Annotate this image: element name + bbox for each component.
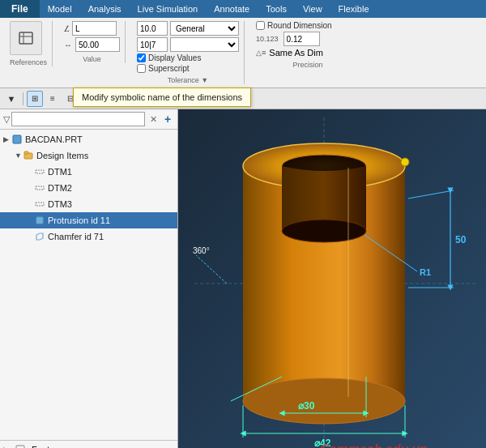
tree-protrusion[interactable]: Protrusion id 11 bbox=[0, 212, 177, 228]
superscript-check[interactable]: Superscript bbox=[137, 64, 190, 73]
separator1 bbox=[23, 92, 23, 105]
tree-search-input[interactable] bbox=[11, 112, 145, 126]
svg-rect-8 bbox=[36, 203, 44, 206]
chamfer-label: Chamfer id 71 bbox=[48, 232, 104, 241]
svg-rect-3 bbox=[13, 135, 21, 143]
viewport[interactable]: 360° 50 ⌀30 R1 ⌀42 bbox=[178, 109, 486, 448]
menu-file[interactable]: File bbox=[0, 0, 40, 18]
precision-row2: 10.123 bbox=[256, 32, 360, 46]
root-expand-icon: ▶ bbox=[3, 135, 11, 143]
svg-rect-9 bbox=[36, 217, 43, 224]
tolerance-label: Tolerance ▼ bbox=[137, 76, 239, 84]
dtm1-label: DTM1 bbox=[48, 167, 72, 177]
tolerance-row2 bbox=[137, 37, 239, 52]
menu-analysis[interactable]: Analysis bbox=[80, 0, 130, 18]
svg-text:R1: R1 bbox=[420, 267, 431, 277]
value-label: Value bbox=[64, 55, 120, 63]
same-as-dim-label: Same As Dim bbox=[269, 48, 323, 58]
footer-icon bbox=[15, 444, 26, 448]
left-panel: ▽ ✕ + ▶ BACDAN.PRT ▼ Design I bbox=[0, 109, 178, 448]
tree-design-items[interactable]: ▼ Design Items bbox=[0, 147, 177, 164]
svg-point-37 bbox=[401, 158, 409, 166]
main-area: ▽ ✕ + ▶ BACDAN.PRT ▼ Design I bbox=[0, 109, 486, 448]
root-label: BACDAN.PRT bbox=[25, 134, 83, 144]
dtm3-icon bbox=[34, 198, 45, 210]
footer-area: ▶ Footer bbox=[0, 440, 177, 448]
svg-point-20 bbox=[243, 378, 405, 424]
chamfer-icon bbox=[34, 231, 45, 242]
tolerance-row4: Superscript bbox=[137, 64, 239, 73]
ribbon-references-row bbox=[10, 21, 47, 55]
list-view-btn[interactable]: ≡ bbox=[45, 91, 61, 107]
precision-row1: Round Dimension bbox=[256, 21, 360, 30]
tolerance-row3: Display Values bbox=[137, 53, 239, 62]
dtm2-label: DTM2 bbox=[48, 183, 72, 193]
design-items-expand-icon: ▼ bbox=[15, 151, 23, 160]
svg-point-19 bbox=[282, 220, 366, 242]
ribbon-tolerance-section: General Limits Plus-Minus Display Values… bbox=[132, 21, 245, 84]
filter-icon-btn[interactable]: ▼ bbox=[3, 91, 19, 107]
tree-view-btn[interactable]: ⊞ bbox=[27, 91, 43, 107]
filter-tree-icon: ▽ bbox=[3, 114, 10, 125]
tooltip-text: Modify symbolic name of the dimensions bbox=[82, 92, 242, 102]
tolerance-sub-select[interactable] bbox=[170, 37, 239, 52]
references-label: References bbox=[10, 58, 47, 66]
design-items-label: Design Items bbox=[36, 151, 88, 160]
svg-marker-10 bbox=[36, 233, 43, 240]
tolerance-type-select[interactable]: General Limits Plus-Minus bbox=[170, 21, 239, 36]
tree-chamfer[interactable]: Chamfer id 71 bbox=[0, 228, 177, 245]
design-items-icon bbox=[23, 150, 34, 161]
precision-row3: △≡ Same As Dim bbox=[256, 48, 360, 58]
dimension-value-input[interactable] bbox=[75, 37, 120, 52]
menu-tools[interactable]: Tools bbox=[258, 0, 295, 18]
watermark-text: Cammech.edu.vn bbox=[320, 442, 428, 448]
ribbon: References 𝐿 ↔ Value General Limits Plus… bbox=[0, 18, 486, 88]
search-clear-btn[interactable]: ✕ bbox=[147, 113, 160, 126]
ribbon-precision-section: Round Dimension 10.123 △≡ Same As Dim Pr… bbox=[251, 21, 364, 69]
tolerance-bottom-input[interactable] bbox=[137, 37, 168, 52]
search-add-btn[interactable]: + bbox=[161, 113, 174, 126]
search-row: ▽ ✕ + bbox=[0, 109, 177, 130]
menu-bar: File Model Analysis Live Simulation Anno… bbox=[0, 0, 486, 18]
tree-area: ▶ BACDAN.PRT ▼ Design Items bbox=[0, 130, 177, 440]
svg-rect-0 bbox=[19, 32, 32, 44]
tree-root[interactable]: ▶ BACDAN.PRT bbox=[0, 131, 177, 147]
tree-dtm3[interactable]: DTM3 bbox=[0, 196, 177, 212]
svg-rect-5 bbox=[24, 151, 28, 154]
display-values-check[interactable]: Display Values bbox=[137, 53, 201, 62]
references-icon bbox=[18, 31, 34, 45]
tree-view-icon: ⊞ bbox=[32, 94, 38, 103]
footer-item[interactable]: ▶ Footer bbox=[3, 442, 174, 448]
tooltip: Modify symbolic name of the dimensions bbox=[73, 87, 251, 107]
tolerance-top-input[interactable] bbox=[137, 21, 168, 36]
menu-view[interactable]: View bbox=[295, 0, 330, 18]
dim-arrow-icon: ↔ bbox=[64, 41, 72, 49]
root-icon bbox=[11, 134, 23, 145]
filter-icon: ▼ bbox=[7, 94, 16, 104]
precision-icon: 10.123 bbox=[256, 35, 279, 43]
menu-annotate[interactable]: Annotate bbox=[206, 0, 258, 18]
protrusion-icon bbox=[34, 215, 45, 226]
svg-text:⌀30: ⌀30 bbox=[298, 400, 315, 412]
footer-label: Footer bbox=[32, 445, 58, 448]
l-field-icon: 𝐿 bbox=[64, 23, 69, 34]
same-as-dim-icon: △≡ bbox=[256, 49, 266, 57]
svg-rect-7 bbox=[36, 186, 44, 190]
tree-dtm1[interactable]: DTM1 bbox=[0, 164, 177, 180]
tolerance-row1: General Limits Plus-Minus bbox=[137, 21, 239, 36]
menu-flexible[interactable]: Flexible bbox=[330, 0, 377, 18]
round-dim-check[interactable]: Round Dimension bbox=[256, 21, 332, 30]
list-view-icon: ≡ bbox=[50, 94, 55, 103]
tree-dtm2[interactable]: DTM2 bbox=[0, 180, 177, 196]
menu-live-simulation[interactable]: Live Simulation bbox=[130, 0, 207, 18]
precision-value-input[interactable] bbox=[284, 32, 320, 46]
l-field-row: 𝐿 bbox=[64, 21, 120, 36]
references-button[interactable] bbox=[10, 21, 42, 55]
dtm2-icon bbox=[34, 182, 45, 194]
dtm1-icon bbox=[34, 166, 45, 177]
protrusion-label: Protrusion id 11 bbox=[48, 215, 110, 225]
menu-model[interactable]: Model bbox=[40, 0, 80, 18]
viewport-svg: 360° 50 ⌀30 R1 ⌀42 bbox=[178, 109, 486, 448]
svg-text:50: 50 bbox=[455, 234, 467, 245]
dimension-name-input[interactable] bbox=[72, 21, 117, 36]
